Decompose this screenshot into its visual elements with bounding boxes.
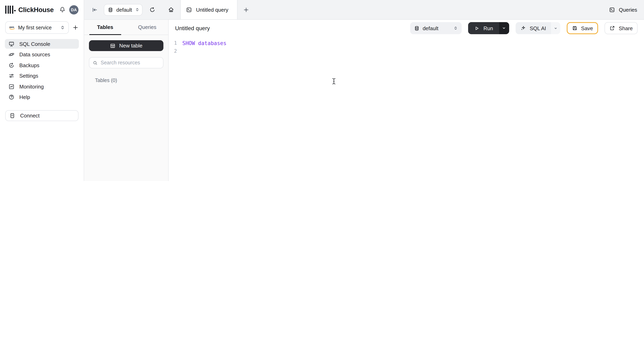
editor-database-name: default bbox=[422, 25, 450, 31]
service-selector[interactable]: aws My first service bbox=[5, 21, 69, 34]
sidebar: ClickHouse DA aws My first service bbox=[0, 0, 84, 181]
connect-button[interactable]: Connect bbox=[5, 110, 78, 121]
database-name: default bbox=[116, 7, 132, 13]
terminal-icon bbox=[186, 7, 192, 13]
chevron-updown-icon bbox=[454, 26, 458, 30]
tab-tables[interactable]: Tables bbox=[84, 20, 126, 34]
help-circle-icon bbox=[8, 94, 14, 100]
sidebar-item-label: Data sources bbox=[19, 51, 50, 57]
sidebar-item-label: Settings bbox=[19, 73, 38, 79]
save-floppy-icon bbox=[572, 25, 578, 31]
table-grid-icon bbox=[110, 43, 116, 48]
run-button[interactable]: Run bbox=[468, 22, 499, 34]
search-resources-input[interactable] bbox=[100, 60, 160, 65]
play-icon bbox=[474, 25, 480, 31]
sql-ai-button[interactable]: SQL AI bbox=[516, 22, 551, 34]
search-icon bbox=[92, 60, 98, 65]
service-row: aws My first service bbox=[0, 21, 84, 34]
connect-label: Connect bbox=[20, 112, 40, 118]
chart-monitoring-icon bbox=[8, 83, 14, 89]
resource-explorer: Tables Queries New table bbox=[84, 20, 169, 181]
sidebar-nav: SQL Console Data sources Backups Setting… bbox=[0, 39, 84, 102]
clickhouse-logo bbox=[5, 6, 16, 14]
share-label: Share bbox=[619, 25, 633, 31]
content-row: Tables Queries New table bbox=[84, 20, 644, 181]
query-title: Untitled query bbox=[175, 25, 210, 31]
database-icon bbox=[108, 7, 113, 12]
tab-queries-label: Queries bbox=[138, 24, 156, 30]
home-icon[interactable] bbox=[168, 6, 174, 13]
tab-tables-label: Tables bbox=[97, 24, 113, 30]
collapse-sidebar-icon[interactable] bbox=[92, 7, 98, 13]
sidebar-item-help[interactable]: Help bbox=[5, 92, 79, 102]
sparkles-icon bbox=[520, 25, 526, 31]
new-tab-button[interactable] bbox=[243, 7, 249, 13]
sliders-icon bbox=[8, 73, 14, 79]
sidebar-item-data-sources[interactable]: Data sources bbox=[5, 50, 79, 59]
backup-restore-icon bbox=[8, 62, 14, 68]
chevron-updown-icon bbox=[135, 8, 139, 12]
aws-icon: aws bbox=[9, 25, 15, 30]
tab-label: Untitled query bbox=[196, 7, 228, 13]
save-label: Save bbox=[581, 25, 593, 31]
save-button[interactable]: Save bbox=[566, 22, 598, 34]
refresh-icon[interactable] bbox=[149, 7, 155, 13]
text-cursor-ibeam bbox=[332, 78, 336, 84]
user-avatar[interactable]: DA bbox=[69, 5, 78, 14]
sidebar-item-label: Backups bbox=[19, 62, 40, 68]
line-number: 2 bbox=[172, 48, 180, 54]
svg-text:aws: aws bbox=[9, 25, 14, 28]
queries-button-label: Queries bbox=[619, 7, 637, 13]
new-table-label: New table bbox=[119, 43, 142, 49]
tables-section-label: Tables (0) bbox=[95, 78, 168, 83]
planet-orbit-icon bbox=[8, 51, 14, 57]
tab-strip: default Untitled query bbox=[84, 0, 644, 20]
service-name: My first service bbox=[18, 25, 58, 30]
share-icon bbox=[610, 25, 615, 31]
sidebar-item-label: Help bbox=[19, 94, 30, 100]
app-name: ClickHouse bbox=[18, 6, 54, 13]
notifications-bell-icon[interactable] bbox=[59, 6, 66, 13]
run-button-group: Run bbox=[468, 22, 509, 34]
run-options-button[interactable] bbox=[499, 22, 509, 34]
database-icon bbox=[414, 25, 420, 31]
database-selector[interactable]: default bbox=[104, 4, 142, 15]
connect-device-icon bbox=[9, 112, 15, 118]
sidebar-item-monitoring[interactable]: Monitoring bbox=[5, 82, 79, 91]
sidebar-header: ClickHouse DA bbox=[0, 0, 84, 19]
tab-queries[interactable]: Queries bbox=[126, 20, 168, 34]
new-table-button[interactable]: New table bbox=[89, 40, 164, 51]
sql-editor[interactable]: 1 SHOW databases 2 bbox=[169, 37, 644, 181]
code-line: 1 SHOW databases bbox=[169, 39, 644, 47]
sidebar-item-settings[interactable]: Settings bbox=[5, 71, 79, 81]
share-button[interactable]: Share bbox=[605, 22, 638, 34]
sql-ai-options-button[interactable] bbox=[551, 22, 560, 34]
chevron-updown-icon bbox=[60, 25, 65, 30]
code-line: 2 bbox=[169, 47, 644, 55]
sql-ai-label: SQL AI bbox=[530, 25, 546, 31]
queries-button[interactable]: Queries bbox=[609, 7, 637, 13]
explorer-tabs: Tables Queries bbox=[84, 20, 168, 35]
query-workspace: Untitled query default bbox=[169, 20, 644, 181]
line-number: 1 bbox=[172, 40, 180, 46]
code-text: SHOW databases bbox=[182, 40, 226, 46]
query-toolbar: Untitled query default bbox=[169, 20, 644, 37]
sidebar-item-backups[interactable]: Backups bbox=[5, 60, 79, 70]
clickhouse-app: ClickHouse DA aws My first service bbox=[0, 0, 644, 181]
sql-ai-button-group: SQL AI bbox=[516, 22, 560, 34]
add-service-button[interactable] bbox=[72, 24, 78, 30]
sidebar-item-label: Monitoring bbox=[19, 83, 44, 89]
right-column: default Untitled query bbox=[84, 0, 644, 181]
tab-untitled-query[interactable]: Untitled query bbox=[180, 0, 238, 19]
run-label: Run bbox=[484, 25, 493, 31]
sidebar-item-label: SQL Console bbox=[19, 41, 50, 47]
editor-database-selector[interactable]: default bbox=[410, 22, 462, 34]
search-resources-box bbox=[89, 57, 164, 68]
terminal-icon bbox=[609, 7, 615, 13]
console-monitor-icon bbox=[8, 41, 14, 47]
sidebar-item-sql-console[interactable]: SQL Console bbox=[5, 39, 79, 49]
